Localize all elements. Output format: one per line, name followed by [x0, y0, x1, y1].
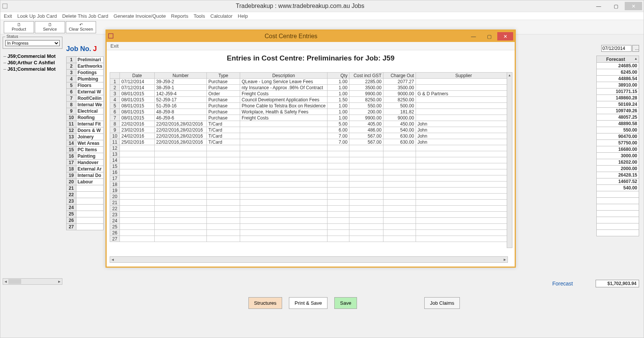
cell-number[interactable]: 39-J59-2 — [155, 79, 207, 85]
cell-number[interactable]: 46-J59-6 — [155, 115, 207, 121]
forecast-cell[interactable]: 6245.00 — [597, 69, 639, 76]
scroll-up-icon[interactable]: ▲ — [507, 73, 512, 78]
popup-scroll-right-icon[interactable]: ► — [502, 257, 507, 262]
cc-name[interactable]: Joinery — [76, 134, 104, 140]
cell-supplier[interactable] — [416, 103, 511, 109]
cell-supplier[interactable]: G & D Partners — [416, 91, 511, 97]
cc-name[interactable] — [76, 224, 104, 230]
cc-name[interactable]: PC Items — [76, 147, 104, 153]
forecast-cell[interactable]: 16680.00 — [597, 146, 639, 153]
cell-supplier[interactable] — [416, 85, 511, 91]
col-number[interactable]: Number — [155, 73, 207, 79]
cell-supplier[interactable] — [416, 79, 511, 85]
cell-number[interactable]: 142-J59-4 — [155, 91, 207, 97]
job-tree-item[interactable]: J59;Commercial Mot — [3, 53, 62, 59]
scroll-right-icon[interactable]: ► — [57, 279, 62, 284]
cell-charge[interactable]: 8250.00 — [383, 97, 416, 103]
forecast-cell[interactable] — [597, 204, 639, 211]
cc-name[interactable] — [76, 185, 104, 192]
cc-name[interactable]: Painting — [76, 153, 104, 160]
cell-type[interactable]: Purchase — [207, 79, 240, 85]
cell-cost[interactable]: 3500.00 — [349, 85, 383, 91]
cell-description[interactable] — [240, 133, 327, 139]
cell-number[interactable]: 22/02/2016,28/02/2016 — [155, 127, 207, 133]
cc-name[interactable]: Preliminari — [76, 57, 104, 63]
cell-description[interactable] — [240, 127, 327, 133]
cell-date[interactable]: 08/01/2015 — [120, 115, 155, 121]
cell-cost[interactable]: 2285.00 — [349, 79, 383, 85]
cell-charge[interactable]: 181.82 — [383, 109, 416, 115]
cell-supplier[interactable] — [416, 97, 511, 103]
cell-date[interactable]: 25/02/2016 — [120, 139, 155, 145]
scroll-left-icon[interactable]: ◄ — [3, 279, 8, 284]
forecast-cell[interactable] — [597, 211, 639, 217]
cell-qty[interactable]: 1.00 — [327, 115, 349, 121]
cell-date[interactable]: 08/01/2015 — [120, 91, 155, 97]
forecast-cell[interactable]: 24685.00 — [597, 63, 639, 69]
cell-date[interactable]: 24/02/2016 — [120, 133, 155, 139]
cell-cost[interactable]: 9900.00 — [349, 91, 383, 97]
cell-qty[interactable]: 7.00 — [327, 133, 349, 139]
cell-cost[interactable]: 486.00 — [349, 127, 383, 133]
menu-lookup[interactable]: Look Up Job Card — [17, 13, 57, 19]
entries-grid[interactable]: Date Number Type Description Qty Cost in… — [110, 72, 512, 242]
jobs-tree[interactable]: J59;Commercial MotJ60;Arthur C AshfielJ6… — [3, 51, 62, 74]
forecast-cell[interactable]: 57750.00 — [597, 140, 639, 146]
cc-name[interactable]: Wet Areas — [76, 140, 104, 147]
cell-description[interactable]: Council Development Application Fees — [240, 97, 327, 103]
cell-qty[interactable]: 1.00 — [327, 103, 349, 109]
structures-button[interactable]: Structures — [248, 297, 282, 309]
cell-cost[interactable]: 567.00 — [349, 133, 383, 139]
cell-qty[interactable]: 7.00 — [327, 139, 349, 145]
cell-date[interactable]: 23/02/2016 — [120, 127, 155, 133]
cc-name[interactable]: Doors & W — [76, 127, 104, 134]
cell-description[interactable]: Freight Costs — [240, 115, 327, 121]
job-claims-button[interactable]: Job Claims — [424, 297, 460, 309]
menu-reports[interactable]: Reports — [171, 13, 188, 19]
left-scrollbar[interactable]: ◄ ► — [3, 278, 62, 285]
cell-supplier[interactable] — [416, 115, 511, 121]
maximize-button[interactable]: ▢ — [607, 2, 625, 10]
forecast-cell[interactable]: 101771.15 — [597, 88, 639, 95]
print-save-button[interactable]: Print & Save — [289, 297, 327, 309]
cell-supplier[interactable]: John — [416, 121, 511, 127]
forecast-cell[interactable]: 14607.52 — [597, 178, 639, 185]
cell-description[interactable] — [240, 139, 327, 145]
forecast-cell[interactable] — [597, 191, 639, 198]
forecast-cell[interactable]: 149860.28 — [597, 95, 639, 101]
forecast-cell[interactable] — [597, 198, 639, 204]
cell-supplier[interactable]: John — [416, 133, 511, 139]
menu-help[interactable]: Help — [238, 13, 248, 19]
cell-charge[interactable]: 540.00 — [383, 127, 416, 133]
cell-qty[interactable]: 1.50 — [327, 97, 349, 103]
cell-cost[interactable]: 8250.00 — [349, 97, 383, 103]
cell-type[interactable]: T/Card — [207, 121, 240, 127]
cell-cost[interactable]: 550.00 — [349, 103, 383, 109]
cell-number[interactable]: 22/02/2016,28/02/2016 — [155, 133, 207, 139]
menu-tools[interactable]: Tools — [194, 13, 205, 19]
cell-description[interactable]: QLeave - Long Service Leave Fees — [240, 79, 327, 85]
cell-date[interactable]: 07/12/2014 — [120, 85, 155, 91]
service-button[interactable]: 🗋Service — [35, 21, 65, 33]
col-cost[interactable]: Cost incl GST — [349, 73, 383, 79]
cell-qty[interactable]: 1.00 — [327, 91, 349, 97]
cell-cost[interactable]: 405.00 — [349, 121, 383, 127]
cell-cost[interactable]: 9900.00 — [349, 115, 383, 121]
forecast-cell[interactable]: 109749.26 — [597, 108, 639, 114]
cc-name[interactable]: Internal Do — [76, 172, 104, 179]
cell-type[interactable]: T/Card — [207, 133, 240, 139]
cc-name[interactable]: External W — [76, 89, 104, 95]
cell-supplier[interactable] — [416, 109, 511, 115]
cell-charge[interactable]: 450.00 — [383, 121, 416, 127]
col-type[interactable]: Type — [207, 73, 240, 79]
cell-number[interactable]: 52-J59-17 — [155, 97, 207, 103]
forecast-cell[interactable]: 48890.58 — [597, 121, 639, 127]
popup-scrollbar-h[interactable]: ◄ ► — [110, 256, 508, 263]
minimize-button[interactable]: — — [590, 2, 607, 10]
cell-cost[interactable]: 567.00 — [349, 139, 383, 145]
scroll-thumb[interactable] — [8, 279, 21, 284]
popup-close-button[interactable]: ✕ — [497, 32, 513, 40]
forecast-cell[interactable]: 48057.25 — [597, 114, 639, 121]
date-input[interactable] — [601, 45, 632, 52]
cc-name[interactable]: Electrical — [76, 108, 104, 115]
